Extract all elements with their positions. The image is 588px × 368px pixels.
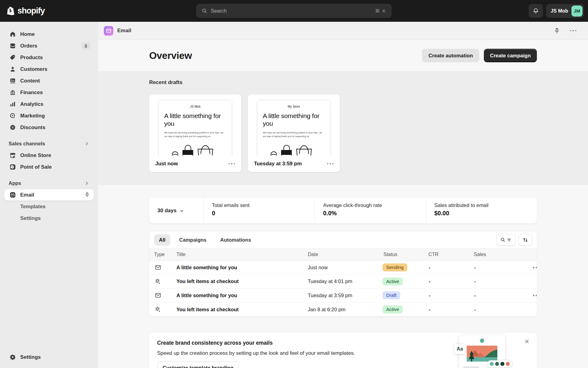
avatar: JM — [571, 6, 582, 17]
sidebar-item-email-settings[interactable]: Settings — [4, 213, 94, 224]
illustration-color-swatches — [487, 360, 512, 367]
preview-store-name: My Store — [258, 105, 330, 108]
table-row[interactable]: You left items at checkout Tuesday at 4:… — [149, 275, 537, 289]
shopify-wordmark: shopify — [17, 6, 45, 16]
shopify-bag-icon — [7, 6, 15, 16]
sales-channels-header[interactable]: Sales channels — [4, 138, 94, 149]
storefront-icon — [9, 152, 16, 159]
metric-value: $0.00 — [434, 210, 537, 217]
page-title: Overview — [149, 50, 192, 61]
preview-body: We hope we can bring something positive … — [258, 131, 330, 138]
date-range-selector[interactable]: 30 days — [149, 198, 204, 224]
illustration-landscape — [467, 346, 497, 362]
sidebar-item-home[interactable]: Home — [4, 29, 94, 40]
branding-illustration: Aa — [456, 335, 508, 368]
sidebar-item-marketing[interactable]: Marketing — [4, 110, 94, 121]
global-search[interactable]: ⌘ K — [196, 4, 391, 18]
stats-card: 30 days Total emails sent 0 Average clic… — [149, 198, 537, 224]
close-icon — [524, 339, 530, 344]
sidebar-item-label: Marketing — [20, 113, 45, 119]
metric-label: Sales attributed to email — [434, 202, 537, 208]
row-date: Tuesday at 3:59 pm — [303, 293, 379, 298]
email-preview: JS Mob A little something for you We hop… — [159, 101, 232, 159]
column-header: Title — [172, 252, 303, 257]
filter-icon — [507, 237, 512, 243]
row-sales: - — [469, 265, 504, 270]
table-row[interactable]: A little something for you Tuesday at 3:… — [149, 289, 537, 303]
sidebar-item-orders[interactable]: Orders 3 — [4, 40, 94, 52]
sidebar-item-label: Point of Sale — [20, 164, 52, 170]
search-icon — [202, 8, 207, 14]
table-row[interactable]: A little something for you Just now Send… — [149, 261, 537, 275]
branding-banner: Create brand consistency across your ema… — [149, 333, 537, 368]
section-label: Sales channels — [9, 141, 45, 147]
tab-automations[interactable]: Automations — [215, 234, 256, 246]
table-row[interactable]: You left items at checkout Jan 8 at 6:20… — [149, 303, 537, 317]
search-filter-button[interactable] — [496, 234, 515, 246]
sidebar-item-products[interactable]: Products — [4, 52, 94, 63]
gear-icon — [9, 354, 16, 360]
pin-app-button[interactable] — [554, 28, 560, 34]
metric-avg-ctr: Average click-through rate 0.0% — [315, 198, 426, 224]
sidebar-item-discounts[interactable]: Discounts — [4, 122, 94, 133]
campaigns-table-card: All Campaigns Automations Type Title Dat… — [149, 232, 537, 316]
pin-icon[interactable] — [84, 192, 90, 198]
create-campaign-button[interactable]: Create campaign — [484, 49, 537, 62]
preview-store-name: JS Mob — [159, 105, 232, 108]
sidebar-item-templates[interactable]: Templates — [4, 201, 94, 212]
create-automation-button[interactable]: Create automation — [422, 49, 479, 62]
sidebar-item-content[interactable]: Content — [4, 75, 94, 86]
app-more-button[interactable] — [567, 28, 579, 34]
draft-timestamp: Just now — [155, 161, 178, 167]
column-header: CTR — [424, 252, 469, 257]
sidebar-item-analytics[interactable]: Analytics — [4, 98, 94, 110]
email-preview: My Store A little something for you We h… — [258, 101, 330, 159]
shopify-logo[interactable]: shopify — [7, 6, 45, 16]
banner-close-button[interactable] — [523, 337, 531, 346]
sort-button[interactable] — [518, 234, 532, 246]
draft-card[interactable]: My Store A little something for you We h… — [248, 94, 340, 172]
sidebar: Home Orders 3 Products Customers Conte — [0, 22, 98, 368]
home-icon — [9, 31, 16, 37]
sidebar-item-label: Settings — [20, 215, 41, 221]
sidebar-item-label: Analytics — [20, 101, 43, 107]
tab-campaigns[interactable]: Campaigns — [174, 234, 211, 246]
search-input[interactable] — [211, 8, 372, 14]
notifications-button[interactable] — [529, 4, 543, 18]
sidebar-item-finances[interactable]: Finances — [4, 87, 94, 98]
recent-drafts-section: Recent drafts JS Mob A little something … — [98, 71, 588, 185]
row-ctr: - — [424, 278, 469, 284]
row-date: Jan 8 at 6:20 pm — [303, 307, 379, 312]
draft-more-button[interactable] — [226, 161, 238, 167]
row-date: Just now — [303, 265, 379, 270]
row-sales: - — [469, 307, 504, 312]
draft-more-button[interactable] — [325, 161, 336, 167]
row-ctr: - — [424, 293, 469, 298]
sidebar-item-settings[interactable]: Settings — [4, 351, 94, 363]
sidebar-item-email-app[interactable]: Email — [4, 189, 94, 201]
row-sales: - — [469, 293, 504, 298]
tab-all[interactable]: All — [154, 234, 170, 246]
draft-footer: Tuesday at 3:59 pm — [248, 155, 340, 172]
preview-body: We hope we can bring something positive … — [159, 131, 232, 138]
customize-branding-button[interactable]: Customize template branding — [157, 362, 239, 368]
main-nav: Home Orders 3 Products Customers Conte — [0, 29, 98, 133]
draft-footer: Just now — [149, 155, 241, 172]
column-header: Date — [303, 252, 379, 257]
email-app-nav-icon — [9, 192, 16, 198]
person-icon — [9, 66, 16, 72]
account-menu[interactable]: JS Mob JM — [546, 4, 584, 18]
automation-type-icon — [149, 278, 172, 285]
store-name: JS Mob — [551, 8, 568, 14]
metric-value: 0 — [212, 210, 315, 217]
target-icon — [9, 113, 16, 119]
chevron-right-icon — [84, 181, 89, 186]
row-more-button[interactable] — [530, 292, 537, 299]
draft-card[interactable]: JS Mob A little something for you We hop… — [149, 94, 241, 172]
sidebar-item-online-store[interactable]: Online Store — [4, 150, 94, 161]
row-more-button[interactable] — [530, 264, 537, 271]
sidebar-item-customers[interactable]: Customers — [4, 63, 94, 75]
apps-header[interactable]: Apps — [4, 178, 94, 189]
metric-label: Total emails sent — [212, 202, 315, 208]
sidebar-item-point-of-sale[interactable]: Point of Sale — [4, 161, 94, 173]
